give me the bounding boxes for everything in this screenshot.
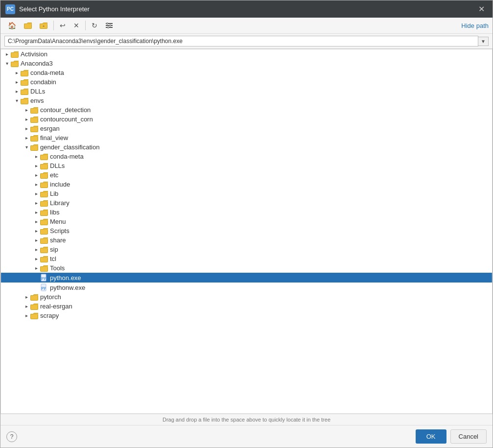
tree-item-label: pythonw.exe [50,284,85,291]
svg-text:py: py [41,285,46,290]
tree-item-activision[interactable]: ▸ Activision [1,49,492,59]
tree-item-pythonw-exe[interactable]: py pythonw.exe [1,283,492,292]
tree-item-lib[interactable]: ▸ Lib [1,189,492,198]
tree-toggle[interactable]: ▸ [23,135,30,141]
delete-button[interactable]: ✕ [70,20,83,31]
tree-item-envs[interactable]: ▾ envs [1,96,492,105]
svg-rect-17 [31,127,38,132]
hide-path-button[interactable]: Hide path [461,22,489,29]
tree-item-contour_detection[interactable]: ▸ contour_detection [1,105,492,115]
navigate-back-button[interactable]: ↩ [56,20,69,31]
tree-item-scrapy[interactable]: ▸ scrapy [1,311,492,320]
tree-item-sip[interactable]: ▸ sip [1,245,492,254]
tree-toggle[interactable]: ▸ [13,79,21,85]
tree-item-label: tcl [50,255,56,262]
tree-toggle[interactable]: ▾ [23,144,30,150]
tree-toggle[interactable]: ▸ [23,304,30,309]
svg-rect-28 [41,229,48,234]
tree-item-dlls[interactable]: ▸ DLLs [1,87,492,96]
toolbar: 🏠 + ↩ ✕ ↻ [0,18,493,34]
path-dropdown[interactable]: ▼ [478,37,489,46]
tree-item-tcl[interactable]: ▸ tcl [1,254,492,263]
tree-item-libs[interactable]: ▸ libs [1,208,492,217]
folder-icon [40,246,48,253]
svg-text:py: py [41,276,46,280]
tree-toggle[interactable]: ▸ [32,237,40,243]
tree-toggle[interactable]: ▸ [13,89,21,94]
tree-item-scripts[interactable]: ▸ Scripts [1,226,492,236]
svg-rect-38 [31,305,38,309]
tree-toggle[interactable]: ▸ [32,256,40,261]
tree-item-library[interactable]: ▸ Library [1,198,492,208]
tree-toggle[interactable]: ▸ [32,182,40,187]
tree-item-tools[interactable]: ▸ Tools [1,263,492,273]
tree-item-final_view[interactable]: ▸ final_view [1,133,492,142]
tree-item-label: etc [50,171,58,179]
ok-button[interactable]: OK [416,429,446,444]
tree-item-gender_classification[interactable]: ▾ gender_classification [1,142,492,152]
path-input[interactable] [4,36,478,47]
tree-item-label: gender_classification [40,143,99,151]
tree-item-label: DLLs [50,162,65,169]
tree-toggle[interactable]: ▸ [32,210,40,215]
tree-item-label: libs [50,209,60,216]
tree-toggle[interactable]: ▸ [32,163,40,168]
svg-rect-12 [21,80,28,85]
folder-icon [30,294,38,301]
tree-toggle[interactable]: ▾ [3,61,11,66]
tree-item-condabin[interactable]: ▸ condabin [1,77,492,87]
status-bar: Drag and drop a file into the space abov… [0,414,493,425]
new-folder-button[interactable]: + [36,20,51,31]
close-button[interactable]: ✕ [475,3,488,15]
tree-toggle[interactable]: ▸ [32,247,40,252]
tree-toggle[interactable]: ▸ [32,228,40,234]
tree-toggle[interactable]: ▸ [32,200,40,206]
file-tree: ▸ Activision ▾ Anaconda3 ▸ conda-meta ▸ [0,49,493,414]
tree-toggle[interactable]: ▸ [23,126,30,131]
tree-toggle[interactable]: ▸ [13,70,21,75]
tree-toggle[interactable]: ▸ [32,172,40,178]
tree-toggle[interactable]: ▸ [32,219,40,224]
tree-item-contourcount_corn[interactable]: ▸ contourcount_corn [1,115,492,124]
help-button[interactable]: ? [6,431,17,442]
folder-icon [40,153,48,160]
tree-toggle[interactable]: ▸ [32,154,40,159]
settings-button[interactable] [102,20,117,31]
tree-item-real-esrgan[interactable]: ▸ real-esrgan [1,302,492,311]
folder-icon [30,125,38,132]
tree-item-label: pytorch [40,293,61,301]
tree-item-dlls2[interactable]: ▸ DLLs [1,161,492,170]
tree-toggle[interactable]: ▾ [13,98,21,103]
svg-point-8 [108,27,109,28]
svg-rect-11 [21,71,28,76]
tree-item-pytorch[interactable]: ▸ pytorch [1,292,492,302]
tree-item-menu[interactable]: ▸ Menu [1,217,492,226]
tree-item-etc[interactable]: ▸ etc [1,170,492,180]
tree-toggle[interactable]: ▸ [32,191,40,196]
tree-toggle[interactable]: ▸ [23,117,30,122]
folder-icon [21,88,28,95]
folder-icon [40,228,48,235]
tree-item-esrgan[interactable]: ▸ esrgan [1,124,492,133]
tree-toggle[interactable]: ▸ [3,51,11,57]
folder-button[interactable] [21,20,35,31]
tree-toggle[interactable]: ▸ [23,313,30,318]
refresh-button[interactable]: ↻ [88,20,101,31]
tree-item-label: esrgan [40,125,60,132]
home-button[interactable]: 🏠 [4,20,20,31]
tree-item-python-exe[interactable]: py python.exe [1,273,492,283]
tree-toggle[interactable]: ▸ [23,107,30,113]
tree-item-include[interactable]: ▸ include [1,180,492,189]
folder-icon [40,200,48,207]
tree-item-conda-meta2[interactable]: ▸ conda-meta [1,152,492,161]
dialog-title: Select Python Interpreter [19,5,471,13]
tree-item-share[interactable]: ▸ share [1,236,492,245]
tree-item-conda-meta[interactable]: ▸ conda-meta [1,68,492,77]
svg-rect-30 [41,248,48,253]
tree-toggle[interactable]: ▸ [23,294,30,300]
svg-rect-37 [31,295,38,300]
tree-item-anaconda3[interactable]: ▾ Anaconda3 [1,59,492,68]
cancel-button[interactable]: Cancel [450,429,487,444]
tree-toggle[interactable]: ▸ [32,265,40,271]
folder-icon [40,209,48,216]
